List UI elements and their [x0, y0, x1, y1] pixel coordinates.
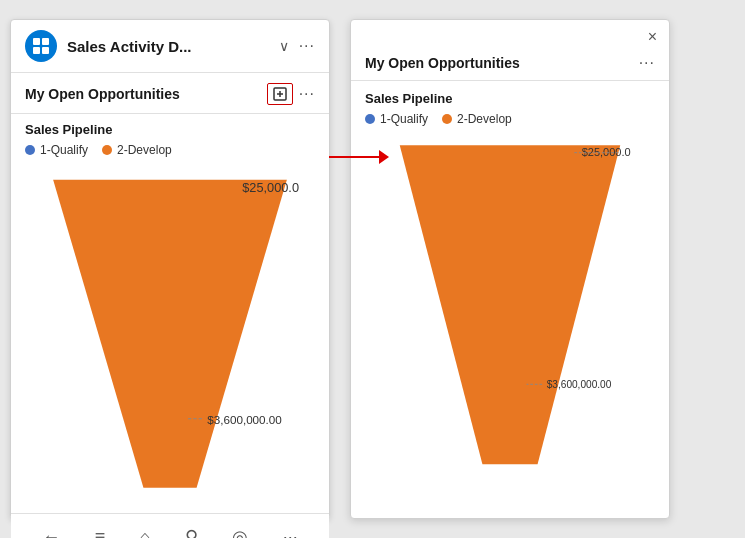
- chevron-icon[interactable]: ∨: [279, 38, 289, 54]
- bottom-nav: ← ≡ ⌂ ⚲ ◎ ···: [11, 513, 329, 538]
- nav-search-icon[interactable]: ⚲: [185, 526, 198, 538]
- app-logo-icon: [31, 36, 51, 56]
- svg-text:$3,600,000.00: $3,600,000.00: [547, 379, 612, 390]
- svg-text:$25,000.0: $25,000.0: [242, 180, 299, 195]
- nav-back-icon[interactable]: ←: [42, 527, 60, 539]
- nav-more-icon[interactable]: ···: [283, 527, 298, 539]
- svg-rect-3: [42, 47, 49, 54]
- arrow-line: [329, 156, 379, 158]
- legend-label-develop: 2-Develop: [117, 143, 172, 157]
- svg-rect-1: [42, 38, 49, 45]
- right-legend-dot-develop: [442, 114, 452, 124]
- svg-text:$3,600,000.00: $3,600,000.00: [207, 413, 282, 426]
- legend-item-develop: 2-Develop: [102, 143, 172, 157]
- chart-area: Sales Pipeline 1-Qualify 2-Develop $25,0…: [11, 114, 329, 513]
- nav-home-icon[interactable]: ⌂: [140, 527, 151, 539]
- funnel-svg-left: $25,000.0 $3,600,000.00: [25, 169, 315, 509]
- left-header: Sales Activity D... ∨ ···: [11, 20, 329, 73]
- section-header: My Open Opportunities ···: [11, 73, 329, 114]
- section-more-icon[interactable]: ···: [299, 85, 315, 103]
- header-more-icon[interactable]: ···: [299, 37, 315, 55]
- legend-label-qualify: 1-Qualify: [40, 143, 88, 157]
- nav-menu-icon[interactable]: ≡: [95, 527, 106, 539]
- legend-dot-qualify: [25, 145, 35, 155]
- app-title: Sales Activity D...: [67, 38, 269, 55]
- funnel-chart-left: $25,000.0 $3,600,000.00: [25, 165, 315, 509]
- svg-rect-0: [33, 38, 40, 45]
- section-title: My Open Opportunities: [25, 86, 267, 102]
- chart-title: Sales Pipeline: [25, 122, 315, 137]
- right-chart-title: Sales Pipeline: [365, 91, 655, 106]
- right-chart-area: Sales Pipeline 1-Qualify 2-Develop $25,0…: [351, 81, 669, 518]
- chart-legend: 1-Qualify 2-Develop: [25, 143, 315, 157]
- right-legend-dot-qualify: [365, 114, 375, 124]
- right-more-icon[interactable]: ···: [639, 54, 655, 72]
- arrow-head: [379, 150, 389, 164]
- expand-arrow: [329, 150, 389, 164]
- nav-activity-icon[interactable]: ◎: [232, 526, 248, 538]
- funnel-svg-right: $25,000.0 $3,600,000.00: [365, 138, 655, 478]
- svg-rect-2: [33, 47, 40, 54]
- right-chart-legend: 1-Qualify 2-Develop: [365, 112, 655, 126]
- svg-marker-11: [400, 145, 621, 464]
- close-button[interactable]: ×: [648, 28, 657, 46]
- legend-dot-develop: [102, 145, 112, 155]
- left-panel: Sales Activity D... ∨ ··· My Open Opport…: [10, 19, 330, 519]
- right-legend-item-qualify: 1-Qualify: [365, 112, 428, 126]
- right-top-bar: ×: [351, 20, 669, 50]
- right-legend-label-develop: 2-Develop: [457, 112, 512, 126]
- right-section-header: My Open Opportunities ···: [351, 50, 669, 81]
- right-section-title: My Open Opportunities: [365, 55, 639, 71]
- app-icon: [25, 30, 57, 62]
- right-panel: × My Open Opportunities ··· Sales Pipeli…: [350, 19, 670, 519]
- svg-marker-7: [53, 180, 287, 488]
- right-legend-item-develop: 2-Develop: [442, 112, 512, 126]
- right-legend-label-qualify: 1-Qualify: [380, 112, 428, 126]
- legend-item-qualify: 1-Qualify: [25, 143, 88, 157]
- funnel-chart-right: $25,000.0 $3,600,000.00: [365, 134, 655, 514]
- expand-button[interactable]: [267, 83, 293, 105]
- main-container: Sales Activity D... ∨ ··· My Open Opport…: [0, 0, 745, 538]
- expand-icon: [273, 87, 287, 101]
